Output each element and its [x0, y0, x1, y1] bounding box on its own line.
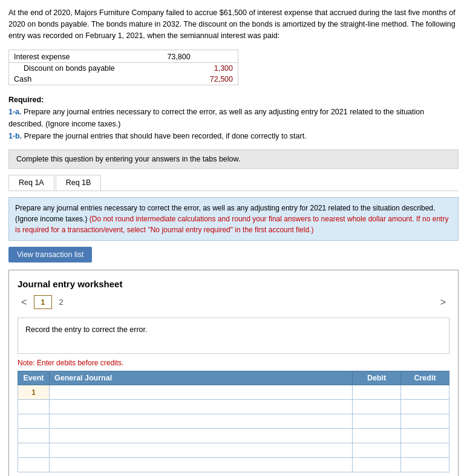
posted-debit-0: 73,800	[152, 50, 195, 63]
debit-cell-1[interactable]	[353, 400, 401, 414]
info-box: Prepare any journal entries necessary to…	[8, 197, 459, 241]
tabs-container: Req 1A Req 1B	[8, 175, 459, 191]
req1a-text: Prepare any journal entries necessary to…	[8, 108, 424, 128]
worksheet-container: Journal entry worksheet < 1 2 > Record t…	[8, 270, 459, 476]
gj-cell-0[interactable]	[50, 385, 353, 400]
credit-cell-3[interactable]	[401, 429, 449, 443]
note-text: Note: Enter debits before credits.	[18, 359, 449, 367]
intro-paragraph: At the end of 2020, Majors Furniture Com…	[8, 7, 459, 41]
gj-input-0[interactable]	[52, 388, 350, 397]
req1a-label: 1-a.	[8, 108, 22, 116]
gj-cell-1[interactable]	[50, 400, 353, 414]
info-normal-2: (Ignore income taxes.)	[15, 215, 87, 223]
credit-input-5[interactable]	[403, 460, 446, 470]
col-header-gj: General Journal	[50, 371, 353, 385]
page-2-inactive[interactable]: 2	[59, 298, 64, 307]
view-transaction-button[interactable]: View transaction list	[8, 247, 92, 262]
instruction-text: Complete this question by entering your …	[16, 155, 240, 163]
tab-req1a[interactable]: Req 1A	[8, 175, 54, 191]
debit-input-4[interactable]	[355, 446, 398, 455]
col-header-event: Event	[18, 371, 50, 385]
table-row	[18, 429, 449, 443]
col-header-debit: Debit	[353, 371, 401, 385]
credit-cell-0[interactable]	[401, 385, 449, 400]
gj-input-2[interactable]	[52, 417, 350, 426]
debit-input-0[interactable]	[355, 388, 398, 397]
gj-cell-4[interactable]	[50, 443, 353, 458]
worksheet-title: Journal entry worksheet	[18, 279, 449, 289]
worksheet-nav: < 1 2 >	[18, 295, 449, 309]
gj-input-5[interactable]	[52, 460, 350, 470]
debit-input-5[interactable]	[355, 460, 398, 470]
credit-input-2[interactable]	[403, 417, 446, 426]
nav-left-arrow[interactable]: <	[18, 296, 30, 309]
debit-input-3[interactable]	[355, 431, 398, 441]
posted-credit-1: 1,300	[195, 63, 238, 74]
debit-cell-5[interactable]	[353, 458, 401, 472]
entry-table: Event General Journal Debit Credit 1	[18, 371, 449, 472]
gj-input-4[interactable]	[52, 446, 350, 455]
credit-cell-4[interactable]	[401, 443, 449, 458]
nav-right-arrow[interactable]: >	[437, 296, 449, 309]
col-header-credit: Credit	[401, 371, 449, 385]
table-row: 1	[18, 385, 449, 400]
credit-cell-5[interactable]	[401, 458, 449, 472]
info-normal-1: Prepare any journal entries necessary to…	[15, 204, 435, 212]
event-cell-2	[18, 414, 50, 429]
event-cell-4	[18, 443, 50, 458]
debit-cell-4[interactable]	[353, 443, 401, 458]
record-prompt-text: Record the entry to correct the error.	[25, 325, 147, 334]
credit-cell-2[interactable]	[401, 414, 449, 429]
event-cell-1	[18, 400, 50, 414]
gj-input-1[interactable]	[52, 402, 350, 412]
req1b-text: Prepare the journal entries that should …	[24, 132, 307, 140]
credit-cell-1[interactable]	[401, 400, 449, 414]
posted-account-0: Interest expense	[9, 50, 152, 63]
posted-credit-2: 72,500	[195, 74, 238, 85]
debit-input-2[interactable]	[355, 417, 398, 426]
debit-cell-0[interactable]	[353, 385, 401, 400]
req1b-label: 1-b.	[8, 132, 22, 140]
table-row	[18, 400, 449, 414]
posted-debit-1	[152, 63, 195, 74]
debit-cell-2[interactable]	[353, 414, 401, 429]
gj-cell-3[interactable]	[50, 429, 353, 443]
tab-req1b[interactable]: Req 1B	[56, 175, 102, 191]
posted-account-2: Cash	[9, 74, 152, 85]
event-cell-3	[18, 429, 50, 443]
required-label: Required:	[8, 96, 44, 104]
credit-input-4[interactable]	[403, 446, 446, 455]
gj-cell-5[interactable]	[50, 458, 353, 472]
debit-cell-3[interactable]	[353, 429, 401, 443]
posted-debit-2	[152, 74, 195, 85]
debit-input-1[interactable]	[355, 402, 398, 412]
credit-input-1[interactable]	[403, 402, 446, 412]
required-section: Required: 1-a. Prepare any journal entri…	[8, 94, 459, 142]
posted-credit-0	[195, 50, 238, 63]
record-prompt-box: Record the entry to correct the error.	[18, 318, 449, 354]
posted-entry-table: Interest expense73,800Discount on bonds …	[8, 50, 238, 85]
table-row	[18, 414, 449, 429]
gj-cell-2[interactable]	[50, 414, 353, 429]
table-row	[18, 443, 449, 458]
posted-account-1: Discount on bonds payable	[9, 63, 152, 74]
credit-input-0[interactable]	[403, 388, 446, 397]
event-cell-5	[18, 458, 50, 472]
instruction-box: Complete this question by entering your …	[8, 149, 459, 169]
credit-input-3[interactable]	[403, 431, 446, 441]
table-row	[18, 458, 449, 472]
page-1-active[interactable]: 1	[34, 295, 51, 309]
gj-input-3[interactable]	[52, 431, 350, 441]
event-cell-0: 1	[18, 385, 50, 400]
